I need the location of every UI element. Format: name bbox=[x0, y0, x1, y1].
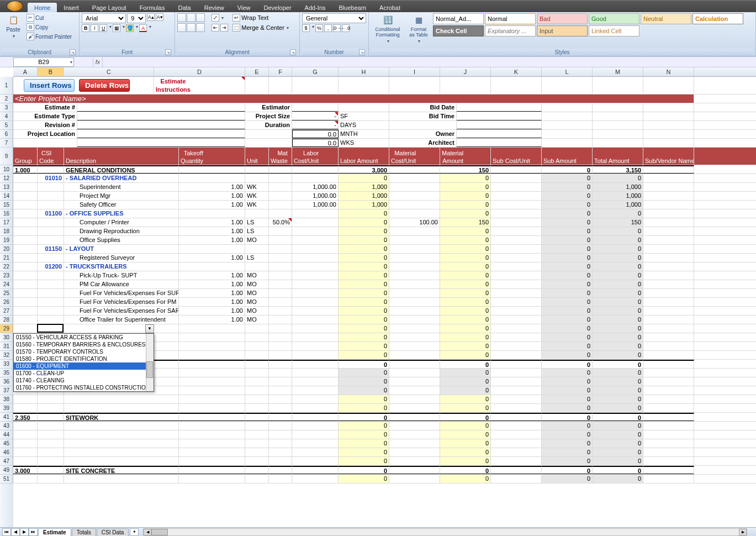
style-cell[interactable]: Linked Cell bbox=[589, 25, 639, 36]
office-button[interactable] bbox=[7, 1, 23, 12]
wrap-text-button[interactable]: Wrap Text bbox=[241, 14, 268, 21]
tab-view[interactable]: View bbox=[231, 3, 257, 12]
tab-formulas[interactable]: Formulas bbox=[133, 3, 172, 12]
currency-icon[interactable]: $ bbox=[302, 24, 310, 32]
inc-decimal-icon[interactable]: .0→ bbox=[333, 24, 341, 32]
conditional-formatting-button[interactable]: 🔢 Conditional Formatting▾ bbox=[371, 13, 404, 45]
tab-data[interactable]: Data bbox=[171, 3, 197, 12]
font-color-button[interactable]: A bbox=[139, 24, 147, 32]
dialog-launcher-icon[interactable]: ↘ bbox=[290, 49, 296, 55]
merge-icon: ⬚ bbox=[232, 24, 240, 31]
style-cell[interactable]: Bad bbox=[537, 13, 588, 24]
italic-button[interactable]: I bbox=[91, 24, 98, 32]
group-font: Arial 9 A▴ A▾ B I U▾ ▦▾ 🪣▾ A▾ Font↘ bbox=[80, 12, 175, 56]
bold-button[interactable]: B bbox=[82, 24, 89, 32]
group-number: General $▾ % , .0→ ←.0 Number↘ bbox=[300, 12, 369, 56]
number-format-select[interactable]: General bbox=[302, 13, 366, 23]
copy-icon: ⧉ bbox=[27, 23, 34, 31]
format-as-table-button[interactable]: ▦ Format as Table▾ bbox=[405, 13, 432, 45]
tab-review[interactable]: Review bbox=[198, 3, 231, 12]
style-cell[interactable]: Explanatory ... bbox=[485, 25, 536, 36]
align-bottom-icon[interactable] bbox=[196, 13, 205, 22]
scissors-icon: ✂ bbox=[27, 14, 34, 22]
font-size-select[interactable]: 9 bbox=[127, 13, 146, 23]
dialog-launcher-icon[interactable]: ↘ bbox=[70, 49, 76, 55]
tab-developer[interactable]: Developer bbox=[257, 3, 298, 12]
style-cell[interactable]: Normal_Ad... bbox=[433, 13, 484, 24]
table-icon: ▦ bbox=[413, 14, 424, 25]
tab-page-layout[interactable]: Page Layout bbox=[86, 3, 133, 12]
tab-bluebeam[interactable]: Bluebeam bbox=[332, 3, 373, 12]
ribbon: 📋 Paste▾ ✂Cut ⧉Copy 🖌Format Painter Clip… bbox=[0, 12, 756, 56]
fx-icon[interactable]: fx bbox=[93, 57, 103, 67]
indent-inc-icon[interactable]: ⇥ bbox=[220, 24, 228, 31]
align-left-icon[interactable] bbox=[177, 23, 186, 32]
border-button[interactable]: ▦ bbox=[113, 24, 120, 32]
wrap-icon: ↩ bbox=[232, 14, 240, 22]
font-name-select[interactable]: Arial bbox=[82, 13, 126, 23]
underline-button[interactable]: U bbox=[99, 24, 107, 32]
align-right-icon[interactable] bbox=[196, 23, 205, 32]
style-cell[interactable]: Check Cell bbox=[433, 25, 484, 36]
comma-icon[interactable]: , bbox=[324, 24, 332, 32]
paste-icon: 📋 bbox=[8, 14, 19, 25]
cut-button[interactable]: ✂Cut bbox=[25, 13, 73, 22]
name-box[interactable]: B29▾ bbox=[13, 57, 74, 67]
group-alignment: ⤢▾ ↩Wrap Text ⇤ ⇥ ⬚Merge & Center▾ Align… bbox=[175, 12, 300, 56]
align-center-icon[interactable] bbox=[187, 23, 195, 32]
shrink-font-icon[interactable]: A▾ bbox=[156, 13, 163, 21]
cond-fmt-icon: 🔢 bbox=[382, 14, 393, 25]
group-clipboard: 📋 Paste▾ ✂Cut ⧉Copy 🖌Format Painter Clip… bbox=[0, 12, 80, 56]
dec-decimal-icon[interactable]: ←.0 bbox=[342, 24, 350, 32]
style-cell[interactable]: Calculation bbox=[692, 13, 743, 24]
tab-acrobat[interactable]: Acrobat bbox=[373, 3, 407, 12]
style-cell[interactable]: Input bbox=[537, 25, 588, 36]
align-middle-icon[interactable] bbox=[187, 13, 195, 22]
dialog-launcher-icon[interactable]: ↘ bbox=[359, 49, 365, 55]
indent-dec-icon[interactable]: ⇤ bbox=[212, 24, 219, 31]
format-painter-button[interactable]: 🖌Format Painter bbox=[25, 32, 73, 41]
ribbon-tabstrip: HomeInsertPage LayoutFormulasDataReviewV… bbox=[0, 0, 756, 12]
merge-center-button[interactable]: Merge & Center bbox=[241, 24, 284, 31]
copy-button[interactable]: ⧉Copy bbox=[25, 23, 73, 31]
align-top-icon[interactable] bbox=[177, 13, 186, 22]
style-cell[interactable]: Good bbox=[589, 13, 639, 24]
tab-add-ins[interactable]: Add-Ins bbox=[298, 3, 332, 12]
fill-color-button[interactable]: 🪣 bbox=[126, 24, 134, 32]
cell-styles-gallery[interactable]: Normal_Ad...NormalBadGoodNeutralCalculat… bbox=[433, 13, 753, 36]
grow-font-icon[interactable]: A▴ bbox=[147, 13, 155, 21]
style-cell[interactable]: Neutral bbox=[641, 13, 691, 24]
orientation-icon[interactable]: ⤢ bbox=[212, 14, 219, 22]
group-styles: 🔢 Conditional Formatting▾ ▦ Format as Ta… bbox=[369, 12, 756, 56]
tab-home[interactable]: Home bbox=[28, 3, 57, 12]
formula-bar: B29▾ fx bbox=[0, 56, 756, 67]
paste-button[interactable]: 📋 Paste▾ bbox=[2, 13, 24, 40]
brush-icon: 🖌 bbox=[27, 33, 34, 40]
tab-insert[interactable]: Insert bbox=[57, 3, 86, 12]
style-cell[interactable]: Normal bbox=[485, 13, 536, 24]
dialog-launcher-icon[interactable]: ↘ bbox=[165, 49, 171, 55]
percent-icon[interactable]: % bbox=[315, 24, 323, 32]
